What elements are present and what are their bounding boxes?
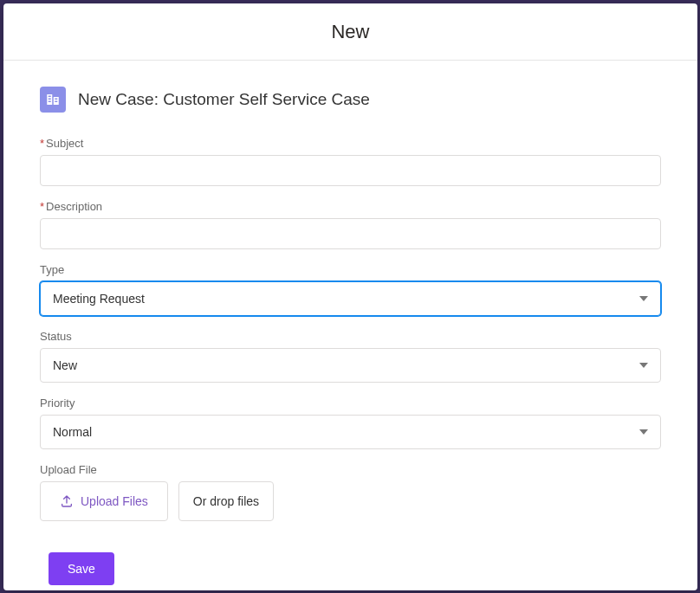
status-select-value: New: [53, 358, 77, 372]
modal-body: New Case: Customer Self Service Case *Su…: [3, 61, 697, 590]
required-mark: *: [40, 137, 44, 150]
upload-button-label: Upload Files: [81, 494, 148, 508]
type-label: Type: [40, 263, 661, 276]
subject-group: *Subject: [40, 137, 661, 186]
priority-label: Priority: [40, 396, 661, 409]
priority-select-value: Normal: [53, 425, 92, 439]
save-button[interactable]: Save: [49, 552, 114, 585]
upload-icon: [60, 494, 74, 508]
upload-label: Upload File: [40, 463, 661, 476]
chevron-down-icon: [639, 429, 648, 435]
modal-title: New: [3, 21, 697, 43]
status-group: Status New: [40, 330, 661, 383]
form-title: New Case: Customer Self Service Case: [78, 90, 370, 109]
chevron-down-icon: [639, 296, 648, 301]
required-mark: *: [40, 200, 44, 213]
case-icon: [40, 87, 66, 113]
upload-row: Upload Files Or drop files: [40, 481, 661, 521]
subject-input[interactable]: [40, 155, 661, 186]
subject-label: *Subject: [40, 137, 661, 150]
upload-files-button[interactable]: Upload Files: [40, 481, 168, 521]
type-select[interactable]: Meeting Request: [40, 281, 661, 316]
description-input[interactable]: [40, 218, 661, 249]
description-label: *Description: [40, 200, 661, 213]
priority-select[interactable]: Normal: [40, 415, 661, 449]
status-label: Status: [40, 330, 661, 343]
chevron-down-icon: [639, 363, 648, 368]
type-group: Type Meeting Request: [40, 263, 661, 316]
modal-header: New: [3, 3, 697, 61]
type-select-value: Meeting Request: [53, 292, 145, 306]
status-select[interactable]: New: [40, 348, 661, 383]
priority-group: Priority Normal: [40, 396, 661, 449]
drop-files-area[interactable]: Or drop files: [178, 481, 274, 521]
new-case-modal: New New Case: Customer Self Service Case…: [3, 3, 697, 590]
upload-group: Upload File Upload Files Or drop files: [40, 463, 661, 521]
description-group: *Description: [40, 200, 661, 249]
form-header: New Case: Customer Self Service Case: [40, 87, 661, 113]
